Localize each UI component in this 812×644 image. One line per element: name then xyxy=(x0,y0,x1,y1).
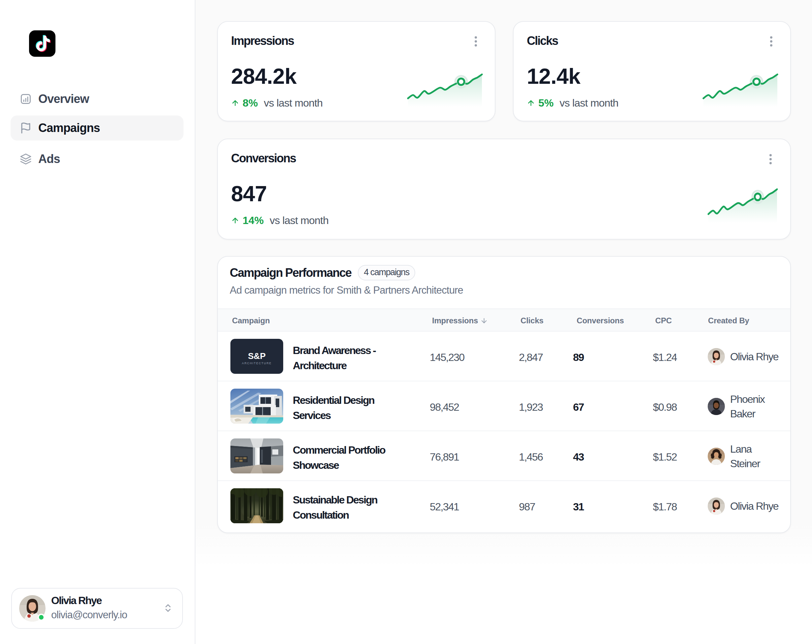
svg-text:ARCHITECTURE: ARCHITECTURE xyxy=(242,362,272,365)
svg-text:S&P: S&P xyxy=(248,351,266,361)
